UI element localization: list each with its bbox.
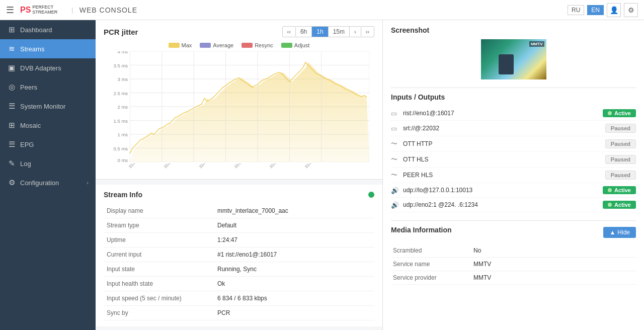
svg-text:3 ms: 3 ms (117, 76, 128, 82)
sidebar-item-label: DVB Adapters (20, 64, 61, 72)
svg-text:2 ms: 2 ms (117, 104, 128, 110)
table-row: Uptime 1:24:47 (104, 233, 374, 248)
field-value: No (471, 244, 636, 258)
io-row-ott-http: 〜 OTT HTTP Paused (391, 136, 636, 152)
svg-text:1 ms: 1 ms (117, 132, 128, 137)
pcr-chart: 4 ms 3.5 ms 3 ms 2.5 ms 2 ms 1.5 ms 1 ms… (109, 51, 369, 162)
status-dot (368, 192, 374, 198)
sidebar-item-streams[interactable]: ≋ Streams (0, 39, 96, 58)
table-row: Service name MMTV (391, 258, 636, 271)
content-area: PCR jitter ‹‹ 6h 1h 15m › ›› (96, 20, 644, 330)
inputs-outputs-section: Inputs / Outputs ▭ rist://eno1@:16017 Ac… (391, 88, 636, 212)
sidebar-item-system-monitor[interactable]: ☰ System Monitor (0, 97, 96, 116)
media-header: Media Information ▲ Hide (391, 226, 636, 239)
right-panel: Screenshot MMTV Inputs / Outputs ▭ rist:… (382, 20, 644, 330)
screenshot-content: MMTV (481, 39, 546, 79)
io-srt1-status[interactable]: Paused (605, 124, 636, 133)
field-value: 6 834 / 6 833 kbps (214, 291, 374, 306)
field-label: Input speed (5 sec / minute) (104, 291, 214, 306)
io-row-rist1: ▭ rist://eno1@:16017 Active (391, 106, 636, 121)
sidebar-item-label: EPG (20, 141, 34, 148)
time-next-next-button[interactable]: ›› (361, 27, 374, 36)
svg-text:0.5 ms: 0.5 ms (114, 146, 128, 151)
legend-adjust-color (281, 43, 292, 48)
user-icon[interactable]: 👤 (607, 3, 621, 17)
sidebar-item-dashboard[interactable]: ⊞ Dashboard (0, 20, 96, 39)
sidebar-item-label: Configuration (20, 179, 59, 187)
lang-en-button[interactable]: EN (587, 5, 604, 15)
io-row-peer-hls: 〜 PEER HLS Paused (391, 168, 636, 183)
legend-resync-color (242, 43, 253, 48)
chart-legend: Max Average Resync Adjust (109, 42, 369, 48)
io-row-udp1: 🔊 udp://lo@127.0.0.1:10013 Active (391, 183, 636, 198)
time-next-button[interactable]: › (350, 27, 361, 36)
legend-resync: Resync (242, 42, 273, 48)
field-label: Stream type (104, 218, 214, 233)
table-row: Input speed (5 sec / minute) 6 834 / 6 8… (104, 291, 374, 306)
svg-text:1.5 ms: 1.5 ms (114, 118, 128, 124)
io-title: Inputs / Outputs (391, 93, 636, 101)
udp1-icon: 🔊 (391, 187, 399, 194)
peers-icon: ◎ (7, 82, 16, 92)
chart-container: Max Average Resync Adjust (104, 42, 374, 173)
field-label: Service name (391, 258, 471, 271)
io-udp1-status[interactable]: Active (603, 186, 636, 194)
sidebar-item-configuration[interactable]: ⚙ Configuration › (0, 173, 96, 192)
sidebar-item-epg[interactable]: ☰ EPG (0, 135, 96, 154)
media-info-title: Media Information (391, 226, 452, 234)
logo-ps: PS (20, 6, 31, 15)
field-label: Uptime (104, 233, 214, 248)
field-label: Service provider (391, 271, 471, 285)
legend-max-label: Max (182, 42, 192, 48)
log-icon: ✎ (7, 159, 16, 168)
field-value: mmtv_interlace_7000_aac (214, 204, 374, 218)
settings-icon[interactable]: ⚙ (624, 3, 638, 17)
peer-hls-icon: 〜 (391, 171, 399, 180)
stream-info-header: Stream Info (104, 191, 374, 199)
field-value: Default (214, 218, 374, 233)
header: ☰ PS PERFECT STREAMER | WEB CONSOLE RU E… (0, 0, 644, 20)
screenshot-image: MMTV (481, 39, 546, 79)
io-ott-hls-status[interactable]: Paused (605, 155, 636, 164)
sidebar-item-dvb-adapters[interactable]: ▣ DVB Adapters (0, 58, 96, 77)
rist1-icon: ▭ (391, 110, 399, 117)
sidebar-item-label: Mosaic (20, 122, 41, 129)
header-actions: RU EN 👤 ⚙ (568, 3, 638, 17)
field-label: Input health state (104, 277, 214, 291)
legend-max-color (169, 43, 180, 48)
menu-icon[interactable]: ☰ (6, 5, 14, 16)
table-row: Input health state Ok (104, 277, 374, 291)
config-icon: ⚙ (7, 178, 16, 187)
table-row: Service provider MMTV (391, 271, 636, 285)
chevron-up-icon: ▲ (609, 229, 615, 236)
screenshot-section: Screenshot MMTV (391, 26, 636, 79)
time-controls: ‹‹ 6h 1h 15m › ›› (282, 26, 374, 37)
srt1-icon: ▭ (391, 125, 399, 132)
sidebar-item-peers[interactable]: ◎ Peers (0, 77, 96, 97)
field-value: #1 rist://eno1@:16017 (214, 248, 374, 262)
time-1h-button[interactable]: 1h (312, 27, 328, 37)
logo-name: PERFECT STREAMER (32, 5, 57, 15)
chevron-right-icon: › (87, 180, 89, 186)
time-6h-button[interactable]: 6h (296, 27, 312, 37)
monitor-icon: ☰ (7, 102, 16, 111)
info-table: Display name mmtv_interlace_7000_aac Str… (104, 204, 374, 320)
svg-marker-18 (130, 62, 369, 162)
time-prev-prev-button[interactable]: ‹‹ (283, 27, 296, 36)
io-rist1-status[interactable]: Active (603, 109, 636, 117)
logo: PS PERFECT STREAMER (20, 5, 57, 15)
io-row-ott-hls: 〜 OTT HLS Paused (391, 152, 636, 168)
sidebar-item-label: Dashboard (20, 26, 52, 34)
io-udp2-status[interactable]: Active (603, 201, 636, 209)
io-ott-http-status[interactable]: Paused (605, 139, 636, 148)
svg-text:2.5 ms: 2.5 ms (114, 91, 128, 96)
io-peer-hls-status[interactable]: Paused (605, 171, 636, 180)
sidebar-item-log[interactable]: ✎ Log (0, 154, 96, 173)
time-15m-button[interactable]: 15m (329, 27, 350, 37)
lang-ru-button[interactable]: RU (568, 5, 584, 15)
left-panel: PCR jitter ‹‹ 6h 1h 15m › ›› (96, 20, 382, 330)
sidebar-item-mosaic[interactable]: ⊞ Mosaic (0, 116, 96, 135)
hide-button[interactable]: ▲ Hide (603, 227, 636, 238)
legend-average-label: Average (213, 42, 233, 48)
sidebar-item-label: Peers (20, 84, 37, 91)
